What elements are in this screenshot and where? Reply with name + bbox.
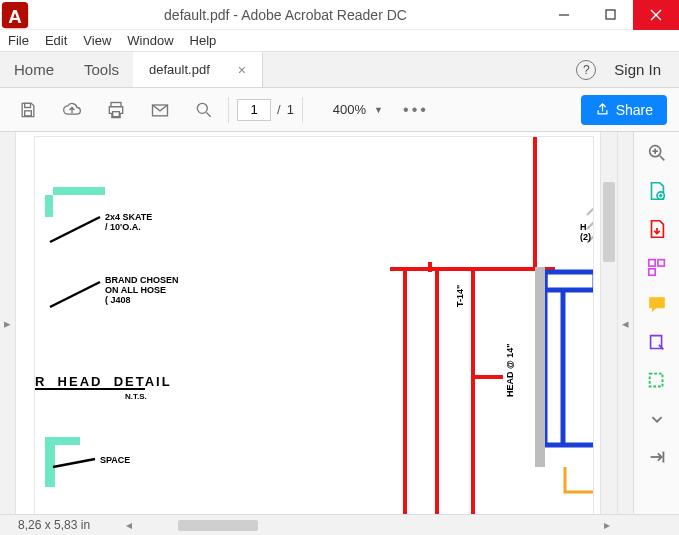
more-tools-icon[interactable] bbox=[646, 370, 668, 392]
pdf-page: 2x4 SKATE / 10'O.A. BRAND CHOSEN ON ALL … bbox=[34, 136, 594, 514]
page-slash: / bbox=[277, 102, 281, 117]
organize-pages-icon[interactable] bbox=[646, 256, 668, 278]
menu-help[interactable]: Help bbox=[190, 33, 217, 48]
horizontal-scrollbar[interactable]: ◂ ▸ bbox=[120, 515, 616, 535]
drawing-note-3: H (2) bbox=[580, 222, 591, 242]
drawing-note-2: BRAND CHOSEN ON ALL HOSE ( J408 bbox=[105, 275, 179, 305]
menu-bar: File Edit View Window Help bbox=[0, 30, 679, 52]
tab-document-label: default.pdf bbox=[149, 62, 210, 77]
collapse-right-icon[interactable] bbox=[646, 446, 668, 468]
drawing-note-1: 2x4 SKATE / 10'O.A. bbox=[105, 212, 152, 232]
zoom-value: 400% bbox=[333, 102, 366, 117]
svg-line-15 bbox=[53, 459, 95, 467]
svg-line-14 bbox=[50, 282, 100, 307]
cloud-upload-icon[interactable] bbox=[56, 94, 88, 126]
menu-file[interactable]: File bbox=[8, 33, 29, 48]
menu-window[interactable]: Window bbox=[127, 33, 173, 48]
tab-home[interactable]: Home bbox=[14, 61, 54, 78]
drawing-title: R HEAD DETAIL bbox=[35, 374, 172, 389]
search-zoom-icon[interactable] bbox=[646, 142, 668, 164]
help-icon[interactable]: ? bbox=[576, 60, 596, 80]
nav-pane-toggle-right[interactable]: ◂ bbox=[617, 132, 633, 514]
share-label: Share bbox=[616, 102, 653, 118]
drawing-dim-2: HEAD @ 14" bbox=[505, 343, 515, 397]
svg-rect-9 bbox=[113, 111, 120, 116]
minimize-button[interactable] bbox=[541, 0, 587, 30]
expand-icon[interactable] bbox=[646, 408, 668, 430]
create-pdf-icon[interactable] bbox=[646, 180, 668, 202]
nav-pane-toggle-left[interactable]: ▸ bbox=[0, 132, 16, 514]
print-icon[interactable] bbox=[100, 94, 132, 126]
maximize-button[interactable] bbox=[587, 0, 633, 30]
drawing-note-4: SPACE bbox=[100, 455, 130, 465]
svg-text:A: A bbox=[8, 5, 22, 26]
svg-line-13 bbox=[50, 217, 100, 242]
page-total: 1 bbox=[287, 102, 294, 117]
tools-pane bbox=[633, 132, 679, 514]
save-icon[interactable] bbox=[12, 94, 44, 126]
svg-point-11 bbox=[197, 103, 207, 113]
zoom-find-icon[interactable] bbox=[188, 94, 220, 126]
email-icon[interactable] bbox=[144, 94, 176, 126]
svg-rect-40 bbox=[657, 260, 663, 266]
chevron-down-icon: ▼ bbox=[374, 105, 383, 115]
share-button[interactable]: Share bbox=[581, 95, 667, 125]
svg-rect-3 bbox=[606, 10, 615, 19]
svg-rect-28 bbox=[535, 267, 545, 467]
svg-rect-24 bbox=[545, 272, 594, 290]
vertical-scrollbar[interactable] bbox=[600, 132, 617, 514]
comment-icon[interactable] bbox=[646, 294, 668, 316]
main-area: ▸ bbox=[0, 132, 679, 514]
page-indicator: / 1 bbox=[237, 99, 294, 121]
menu-view[interactable]: View bbox=[83, 33, 111, 48]
drawing-dim-1: T-14" bbox=[455, 285, 465, 307]
sign-in-button[interactable]: Sign In bbox=[614, 61, 661, 78]
svg-rect-39 bbox=[648, 260, 654, 266]
svg-rect-41 bbox=[648, 269, 654, 275]
svg-line-33 bbox=[659, 156, 664, 161]
fill-sign-icon[interactable] bbox=[646, 332, 668, 354]
scroll-right-icon[interactable]: ▸ bbox=[598, 518, 616, 532]
svg-rect-6 bbox=[25, 103, 31, 107]
title-bar: A default.pdf - Adobe Acrobat Reader DC bbox=[0, 0, 679, 30]
tab-close-icon[interactable]: × bbox=[238, 62, 246, 78]
overflow-icon[interactable]: ••• bbox=[403, 101, 429, 119]
menu-edit[interactable]: Edit bbox=[45, 33, 67, 48]
tab-bar: Home Tools default.pdf × ? Sign In bbox=[0, 52, 679, 88]
tab-tools[interactable]: Tools bbox=[84, 61, 119, 78]
close-button[interactable] bbox=[633, 0, 679, 30]
toolbar: / 1 400% ▼ ••• Share bbox=[0, 88, 679, 132]
svg-rect-42 bbox=[649, 374, 662, 387]
drawing-scale: N.T.S. bbox=[125, 392, 147, 401]
svg-line-29 bbox=[587, 207, 594, 215]
status-bar: 8,26 x 5,83 in ◂ ▸ bbox=[0, 514, 679, 535]
svg-rect-7 bbox=[25, 110, 32, 115]
page-dimensions: 8,26 x 5,83 in bbox=[0, 518, 120, 532]
export-pdf-icon[interactable] bbox=[646, 218, 668, 240]
window-title: default.pdf - Adobe Acrobat Reader DC bbox=[30, 7, 541, 23]
tab-document[interactable]: default.pdf × bbox=[133, 52, 263, 87]
app-icon: A bbox=[0, 0, 30, 30]
document-viewport[interactable]: 2x4 SKATE / 10'O.A. BRAND CHOSEN ON ALL … bbox=[16, 132, 600, 514]
scroll-left-icon[interactable]: ◂ bbox=[120, 518, 138, 532]
zoom-dropdown[interactable]: 400% ▼ bbox=[333, 102, 383, 117]
svg-line-12 bbox=[207, 112, 211, 116]
page-current-input[interactable] bbox=[237, 99, 271, 121]
